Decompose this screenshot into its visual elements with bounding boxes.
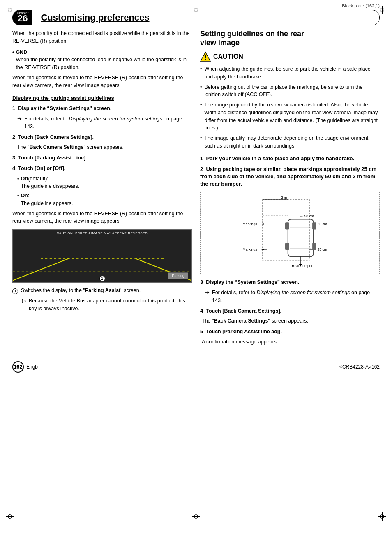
caution-bullet-text-1: When adjusting the guidelines, be sure t… (204, 65, 380, 81)
step4-text: Touch [On] or [Off]. (18, 166, 65, 171)
right-step3-text: Display the “System Settings” screen. (206, 279, 299, 285)
right-step5-num: 5 (200, 328, 203, 334)
left-column: When the polarity of the connected lead … (12, 30, 192, 348)
bullet-gnd: • GND: When the polarity of the connecte… (12, 48, 192, 71)
step4-off-desc: The guideline disappears. (21, 183, 79, 189)
step3: 3 Touch [Parking Assist Line]. (12, 154, 192, 162)
step2-num: 2 (12, 134, 15, 140)
svg-text:25 cm: 25 cm (318, 248, 327, 252)
diagram-svg: 2 m ← 50 cm 25 cm 25 cm (204, 196, 376, 270)
step1-for-details: For details, refer to (24, 116, 69, 122)
intro-para1: When the polarity of the connected lead … (12, 30, 192, 45)
right-step2-bold: Using packing tape or similar, place mar… (200, 166, 376, 187)
para1: When the gearstick is moved to the REVER… (12, 74, 192, 90)
caution-bullet-2: • Before getting out of the car to place… (200, 83, 380, 99)
circle-one-label: 1 (99, 276, 105, 281)
right-step4-result: The "Back Camera Settings" screen appear… (202, 317, 380, 325)
section-title-line1: Setting guidelines on the rear (200, 30, 304, 38)
right-step5-result: A confirmation message appears. (202, 338, 380, 346)
diagram-container: 2 m ← 50 cm 25 cm 25 cm (200, 192, 380, 274)
caution-bullet-1: • When adjusting the guidelines, be sure… (200, 65, 380, 81)
note1: 1 Switches the display to the "Parking A… (12, 287, 192, 295)
svg-text:25 cm: 25 cm (318, 222, 327, 226)
step4-off-label: Off (21, 176, 28, 182)
footer-lang: Engb (26, 364, 38, 370)
svg-text:Rear bumper: Rear bumper (292, 264, 312, 268)
right-step5: 5 Touch [Parking Assist line adj]. (200, 327, 380, 336)
step3-num: 3 (12, 154, 15, 161)
step4-num: 4 (12, 165, 15, 171)
step1-arrow: ➔ For details, refer to Displaying the s… (17, 115, 192, 131)
step2: 2 Touch [Back Camera Settings]. (12, 133, 192, 141)
right-step3-num: 3 (200, 279, 203, 285)
right-step4-text: Touch [Back Camera Settings]. (206, 308, 281, 314)
footer-left: 162 Engb (12, 361, 38, 373)
right-step2: 2 Using packing tape or similar, place m… (200, 166, 380, 188)
step1-italic: Displaying the screen for system setting… (69, 116, 162, 122)
step1-detail: For details, refer to Displaying the scr… (24, 115, 192, 131)
caution-bullet-3: • The range projected by the rear view c… (200, 101, 380, 132)
camera-image: CAUTION: SCREEN IMAGE MAY APPEAR REVERSE… (12, 229, 192, 283)
right-step1-bold: Park your vehicle in a safe place and ap… (206, 155, 354, 161)
svg-rect-18 (312, 223, 316, 230)
note1-container: 1 Switches the display to the "Parking A… (12, 287, 192, 312)
caution-bullet-text-3: The range projected by the rear view cam… (204, 101, 380, 132)
step4-result: When the gearstick is moved to the REVER… (12, 210, 192, 226)
step1-text: Display the “System Settings” screen. (18, 106, 111, 111)
caution-bullets: • When adjusting the guidelines, be sure… (200, 65, 380, 150)
svg-rect-17 (285, 223, 289, 230)
step1: 1 Display the “System Settings” screen. (12, 104, 192, 113)
right-step2-num: 2 (200, 166, 203, 172)
svg-text:← 50 cm: ← 50 cm (300, 214, 314, 218)
note1-text: Switches the display to the "Parking Ass… (21, 288, 141, 293)
step2-text: Touch [Back Camera Settings]. (18, 134, 94, 140)
caution-bullet-sym-2: • (200, 83, 202, 99)
section-title-right: Setting guidelines on the rear view imag… (200, 30, 380, 47)
footer: 162 Engb <CRB4228-A>162 (0, 357, 392, 377)
camera-caution-text: CAUTION: SCREEN IMAGE MAY APPEAR REVERSE… (13, 230, 191, 237)
note1-sub-text: Because the Vehicle Bus adapter cannot c… (29, 297, 192, 313)
right-step4-num: 4 (200, 308, 203, 314)
step4-on-label: On (21, 193, 28, 198)
svg-rect-7 (262, 200, 309, 260)
chapter-title: Customising preferences (32, 10, 157, 25)
svg-text:Markings: Markings (243, 248, 257, 252)
bullet-gnd-content: GND: When the polarity of the connected … (16, 48, 192, 71)
svg-rect-20 (312, 243, 316, 250)
right-crosshair-bottom (378, 512, 386, 521)
right-step1: 1 Park your vehicle in a safe place and … (200, 155, 380, 162)
caution-bullet-sym-4: • (200, 134, 202, 150)
right-column: Setting guidelines on the rear view imag… (200, 30, 380, 348)
left-crosshair-top (6, 6, 14, 14)
step4-on-desc: The guideline appears. (21, 201, 73, 206)
caution-word: CAUTION (213, 53, 243, 60)
caution-bullet-sym-3: • (200, 101, 202, 132)
right-step4: 4 Touch [Back Camera Settings]. (200, 307, 380, 315)
right-step3: 3 Display the “System Settings” screen. (200, 278, 380, 286)
right-step3-detail: For details, refer to Displaying the scr… (212, 289, 380, 304)
bullet-sym: • (12, 48, 14, 71)
right-step5-text: Touch [Parking Assist line adj]. (206, 329, 282, 334)
step1-num: 1 (12, 105, 15, 111)
footer-code: <CRB4228-A>162 (339, 364, 380, 370)
caution-bullet-4: • The image quality may deteriorate depe… (200, 134, 380, 150)
svg-text:Markings: Markings (243, 222, 257, 226)
section-title-line2: view image (200, 39, 240, 47)
chapter-num: 26 (18, 14, 28, 23)
step4-on: • On: The guideline appears. (17, 192, 192, 207)
bottom-crosshair (192, 512, 200, 521)
svg-rect-19 (285, 243, 289, 250)
chapter-label: Chapter 26 (13, 10, 32, 25)
caution-header: ! CAUTION (200, 51, 380, 62)
right-crosshair-top (378, 6, 386, 14)
step2-result: The "Back Camera Settings" screen appear… (17, 143, 192, 151)
parking-button[interactable]: Parking (168, 272, 188, 279)
caution-bullet-text-4: The image quality may deteriorate depend… (204, 134, 380, 150)
step4-off-content: Off(default): The guideline disappears. (21, 175, 79, 191)
step4: 4 Touch [On] or [Off]. (12, 164, 192, 173)
gnd-label: GND (16, 49, 27, 55)
note1-sub: ▷ Because the Vehicle Bus adapter cannot… (22, 297, 192, 313)
step4-off: • Off(default): The guideline disappears… (17, 175, 192, 191)
section-heading-parking: Displaying the parking assist guidelines (12, 95, 192, 101)
note1-circle: 1 (12, 288, 18, 294)
